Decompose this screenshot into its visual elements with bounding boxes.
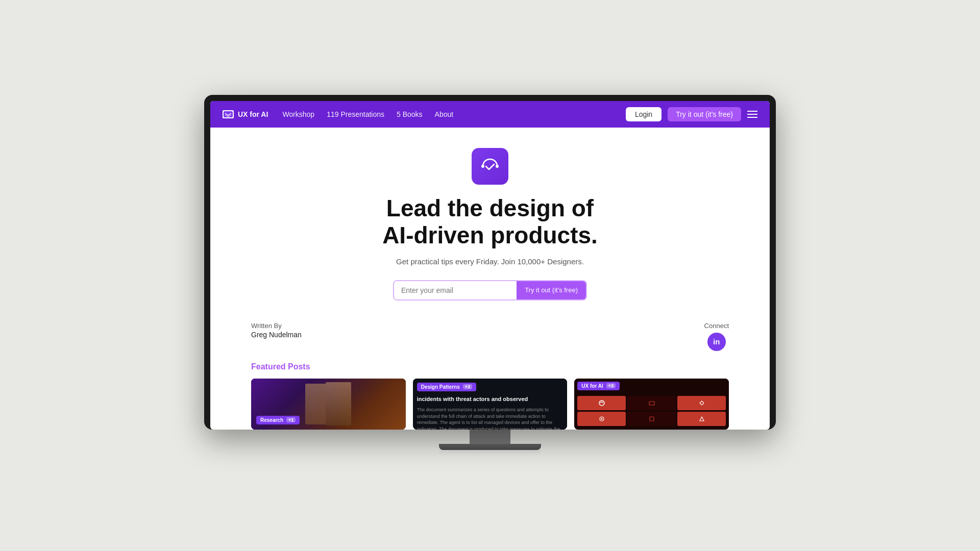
nav-presentations[interactable]: 119 Presentations bbox=[327, 110, 384, 118]
card3-tag: UX for AI +3 bbox=[577, 382, 620, 390]
screen: UX for AI Workshop 119 Presentations 5 B… bbox=[210, 101, 770, 430]
card1-tag-label: Research bbox=[260, 417, 283, 423]
card3-thumb-5 bbox=[627, 412, 676, 426]
card3-thumb-6 bbox=[677, 412, 726, 426]
card3-tag-label: UX for AI bbox=[581, 383, 603, 389]
nav-left: UX for AI Workshop 119 Presentations 5 B… bbox=[223, 110, 453, 118]
email-form: Try it out (it's free) bbox=[393, 280, 587, 300]
hero-section: Lead the design of AI-driven products. G… bbox=[210, 128, 770, 316]
connect-section: Connect in bbox=[704, 322, 729, 351]
login-button[interactable]: Login bbox=[626, 107, 662, 121]
linkedin-button[interactable]: in bbox=[707, 333, 726, 351]
written-by-label: Written By bbox=[251, 322, 302, 330]
hamburger-line-2 bbox=[747, 114, 757, 115]
hamburger-menu[interactable] bbox=[747, 111, 757, 118]
hero-title: Lead the design of AI-driven products. bbox=[382, 195, 598, 249]
navbar: UX for AI Workshop 119 Presentations 5 B… bbox=[210, 101, 770, 128]
nav-books[interactable]: 5 Books bbox=[397, 110, 423, 118]
connect-label: Connect bbox=[704, 322, 729, 330]
card3-thumb-3 bbox=[677, 396, 726, 410]
card3-grid bbox=[577, 396, 726, 426]
card-image-3: UX for AI +3 bbox=[574, 379, 729, 430]
card2-tag: Design Patterns +3 bbox=[417, 383, 476, 391]
try-button-form[interactable]: Try it out (it's free) bbox=[517, 281, 586, 299]
nav-about[interactable]: About bbox=[435, 110, 454, 118]
card3-thumb-4 bbox=[577, 412, 626, 426]
nav-right: Login Try it out (it's free) bbox=[626, 107, 757, 121]
svg-rect-6 bbox=[650, 417, 654, 421]
hero-logo bbox=[472, 148, 508, 185]
card2-tag-count: +3 bbox=[463, 384, 472, 389]
card-image-2: Design Patterns +3 incidents with threat… bbox=[413, 379, 568, 430]
monitor-wrapper: UX for AI Workshop 119 Presentations 5 B… bbox=[204, 95, 776, 456]
posts-grid: Research +1 Design Patterns bbox=[251, 379, 729, 430]
brand-label: UX for AI bbox=[238, 110, 268, 118]
hamburger-line-3 bbox=[747, 117, 757, 118]
post-card-1[interactable]: Research +1 bbox=[251, 379, 406, 430]
stand-neck bbox=[470, 430, 510, 444]
hero-title-line2: AI-driven products. bbox=[382, 222, 598, 248]
card1-tag-count: +1 bbox=[286, 417, 296, 422]
post-card-2[interactable]: Design Patterns +3 incidents with threat… bbox=[413, 379, 568, 430]
hero-subtitle: Get practical tips every Friday. Join 10… bbox=[396, 257, 584, 266]
try-button-nav[interactable]: Try it out (it's free) bbox=[668, 107, 741, 121]
nav-links: Workshop 119 Presentations 5 Books About bbox=[282, 110, 453, 118]
card2-tag-label: Design Patterns bbox=[421, 384, 460, 390]
card2-body: The document summarizes a series of ques… bbox=[417, 407, 564, 430]
card2-title: incidents with threat actors and observe… bbox=[417, 395, 564, 403]
monitor-frame: UX for AI Workshop 119 Presentations 5 B… bbox=[204, 95, 776, 430]
card-image-1: Research +1 bbox=[251, 379, 406, 430]
hamburger-line-1 bbox=[747, 111, 757, 112]
card3-thumb-1 bbox=[577, 396, 626, 410]
nav-workshop[interactable]: Workshop bbox=[282, 110, 314, 118]
author-connect-row: Written By Greg Nudelman Connect in bbox=[210, 316, 770, 357]
card1-tags: Research +1 bbox=[256, 415, 300, 424]
card3-tag-count: +3 bbox=[606, 383, 616, 388]
author-section: Written By Greg Nudelman bbox=[251, 322, 302, 339]
post-card-3[interactable]: UX for AI +3 bbox=[574, 379, 729, 430]
monitor-stand bbox=[204, 430, 776, 444]
author-name: Greg Nudelman bbox=[251, 331, 302, 339]
stand-reflection bbox=[439, 450, 541, 456]
email-input[interactable] bbox=[394, 281, 517, 299]
brand[interactable]: UX for AI bbox=[223, 110, 268, 118]
featured-title: Featured Posts bbox=[251, 362, 729, 371]
hero-title-line1: Lead the design of bbox=[386, 195, 594, 221]
featured-section: Featured Posts Research bbox=[210, 357, 770, 430]
card3-thumb-2 bbox=[627, 396, 676, 410]
card1-tag: Research +1 bbox=[256, 416, 300, 424]
svg-rect-4 bbox=[649, 402, 654, 405]
brand-icon bbox=[223, 110, 234, 118]
stand-base bbox=[439, 444, 541, 450]
